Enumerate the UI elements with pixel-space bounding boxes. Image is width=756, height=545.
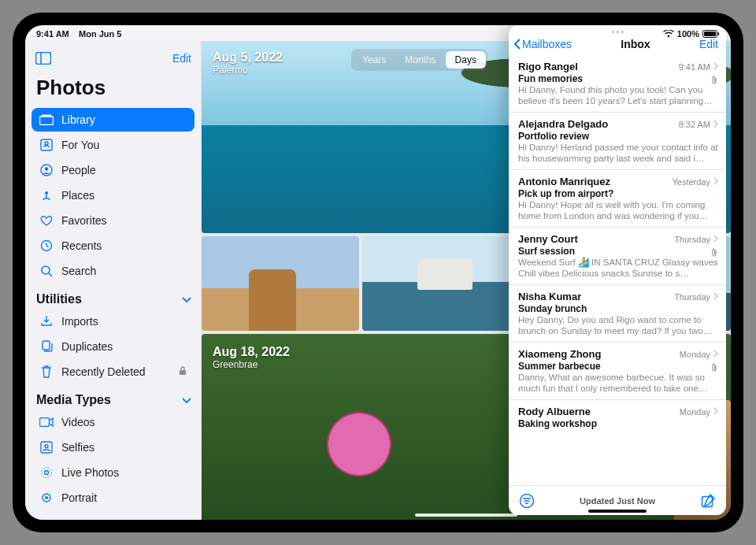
battery-icon <box>702 30 720 38</box>
search-icon <box>39 264 54 278</box>
mail-message[interactable]: Rigo Rangel9:41 AMFun memoriesHi Danny, … <box>509 55 726 112</box>
scope-months[interactable]: Months <box>395 51 445 69</box>
svg-rect-2 <box>718 32 720 35</box>
sidebar-item-selfies[interactable]: Selfies <box>32 436 195 459</box>
mail-message[interactable]: Xiaomeng ZhongMondaySummer barbecueDanny… <box>509 342 726 399</box>
sidebar-item-imports[interactable]: Imports <box>32 310 195 333</box>
sidebar-item-label: For You <box>61 139 99 151</box>
chevron-right-icon <box>713 292 718 302</box>
attachment-icon <box>710 76 718 87</box>
mail-subject: Surf session <box>518 246 718 257</box>
sidebar-item-label: Search <box>61 265 96 277</box>
mediatypes-header[interactable]: Media Types <box>25 385 201 410</box>
mail-preview: Hi Danny, Found this photo you took! Can… <box>518 84 718 106</box>
mail-preview: Hey Danny, Do you and Rigo want to come … <box>518 314 718 336</box>
library-icon <box>39 113 54 127</box>
mail-message[interactable]: Alejandra Delgado8:32 AMPortfolio review… <box>509 112 726 169</box>
group-header: Aug 18, 2022 Greenbrae <box>202 345 290 370</box>
sidebar-edit-button[interactable]: Edit <box>172 52 191 65</box>
sidebar-item-duplicates[interactable]: Duplicates <box>32 335 195 358</box>
chevron-right-icon <box>713 407 718 417</box>
svg-point-11 <box>45 191 48 195</box>
svg-point-23 <box>45 496 48 499</box>
mail-slideover[interactable]: Mailboxes Inbox Edit Rigo Rangel9:41 AMF… <box>509 25 726 515</box>
svg-rect-1 <box>704 32 716 36</box>
attachment-icon <box>710 248 718 259</box>
group-location: Greenbrae <box>213 359 290 370</box>
sidebar-main-list: Library For You People Places <box>25 108 201 284</box>
sidebar-item-label: Selfies <box>61 441 94 454</box>
sidebar-item-search[interactable]: Search <box>32 259 195 283</box>
sidebar-item-label: Duplicates <box>61 340 113 353</box>
svg-rect-6 <box>42 115 52 117</box>
people-icon <box>39 163 54 177</box>
clock-icon <box>39 239 54 253</box>
mail-from: Rody Albuerne <box>518 406 591 417</box>
svg-rect-5 <box>40 117 54 125</box>
home-indicator[interactable] <box>415 513 517 517</box>
mail-from: Nisha Kumar <box>518 291 581 302</box>
mail-from: Rigo Rangel <box>518 61 578 72</box>
mail-subject: Baking workshop <box>518 418 718 429</box>
sidebar: Edit Photos Library For You People <box>25 41 202 520</box>
svg-rect-3 <box>36 53 51 65</box>
group-header: Aug 5, 2022 Palermo <box>202 50 283 76</box>
sidebar-item-label: Recents <box>61 239 102 252</box>
mail-preview: Weekend Surf 🏄 IN SANTA CRUZ Glassy wave… <box>518 257 718 279</box>
mail-message[interactable]: Nisha KumarThursdaySunday brunchHey Dann… <box>509 284 726 342</box>
sidebar-item-live-photos[interactable]: Live Photos <box>32 461 195 484</box>
mail-time: Thursday <box>674 235 718 244</box>
mail-subject: Portfolio review <box>518 131 718 142</box>
photo-tile[interactable] <box>362 236 520 331</box>
sidebar-item-label: Portrait <box>61 491 97 504</box>
svg-point-10 <box>45 167 48 170</box>
utilities-header[interactable]: Utilities <box>25 284 201 310</box>
mail-subject: Fun memories <box>518 73 718 84</box>
scope-segmented-control[interactable]: Years Months Days <box>351 49 487 71</box>
mail-from: Jenny Court <box>518 233 578 245</box>
scope-days[interactable]: Days <box>446 51 486 69</box>
mail-from: Alejandra Delgado <box>518 118 608 130</box>
mail-message[interactable]: Jenny CourtThursdaySurf sessionWeekend S… <box>509 227 726 284</box>
mail-time: Monday <box>680 407 718 417</box>
sidebar-item-recents[interactable]: Recents <box>32 234 195 258</box>
sidebar-title: Photos <box>25 71 201 108</box>
portrait-icon <box>39 491 54 505</box>
sidebar-item-people[interactable]: People <box>32 158 195 182</box>
mail-message-list[interactable]: Rigo Rangel9:41 AMFun memoriesHi Danny, … <box>509 55 726 485</box>
status-time: 9:41 AM <box>36 29 69 39</box>
compose-button[interactable] <box>699 492 717 510</box>
places-icon <box>39 188 54 202</box>
for-you-icon <box>39 138 54 152</box>
sidebar-item-places[interactable]: Places <box>32 184 195 207</box>
mail-message[interactable]: Antonio ManriquezYesterdayPick up from a… <box>509 169 726 227</box>
status-left: 9:41 AM Mon Jun 5 <box>36 29 121 39</box>
sidebar-item-portrait[interactable]: Portrait <box>32 486 195 510</box>
sidebar-item-library[interactable]: Library <box>32 108 195 132</box>
svg-point-13 <box>42 266 50 274</box>
photo-tile[interactable] <box>202 236 359 331</box>
sidebar-item-recently-deleted[interactable]: Recently Deleted <box>32 360 195 384</box>
sidebar-item-for-you[interactable]: For You <box>32 133 195 157</box>
wifi-icon <box>663 30 674 38</box>
duplicate-icon <box>39 339 54 354</box>
video-icon <box>39 415 54 429</box>
chevron-down-icon <box>182 292 191 306</box>
svg-rect-15 <box>43 341 50 350</box>
chevron-right-icon <box>713 350 718 359</box>
mail-from: Antonio Manriquez <box>518 176 610 187</box>
mail-message[interactable]: Rody AlbuerneMondayBaking workshop <box>509 399 726 435</box>
chevron-right-icon <box>713 120 718 129</box>
chevron-right-icon <box>713 177 718 187</box>
attachment-icon <box>710 363 718 374</box>
sidebar-item-videos[interactable]: Videos <box>32 410 195 434</box>
filter-button[interactable] <box>518 492 536 510</box>
scope-years[interactable]: Years <box>353 51 395 69</box>
mail-subject: Summer barbecue <box>518 361 718 372</box>
slideover-home-indicator[interactable] <box>588 510 647 513</box>
sidebar-item-label: Library <box>61 113 95 126</box>
mail-preview: Hi Danny! Hope all is well with you. I'm… <box>518 199 718 221</box>
sidebar-toggle-button[interactable] <box>33 49 54 68</box>
sidebar-item-favorites[interactable]: Favorites <box>32 209 195 232</box>
group-date: Aug 18, 2022 <box>213 345 290 359</box>
